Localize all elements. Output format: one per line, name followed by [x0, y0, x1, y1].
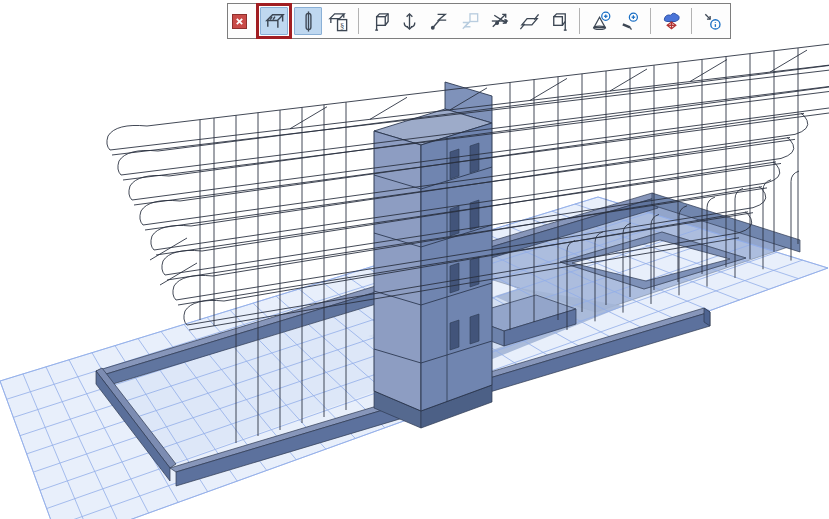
close-icon — [235, 17, 244, 26]
drag-copy-button[interactable] — [545, 7, 573, 35]
toolbar-separator — [691, 8, 692, 34]
multiply-button[interactable] — [485, 7, 513, 35]
3d-viewport[interactable]: § — [0, 0, 829, 519]
drag-copy-icon — [548, 10, 571, 33]
skew-icon — [518, 10, 541, 33]
copy-settings-icon: § — [327, 10, 350, 33]
zoom-to-line-button[interactable] — [616, 7, 644, 35]
editing-plane-marker-button[interactable] — [294, 7, 322, 35]
element-info-icon — [701, 10, 724, 33]
drag-icon — [368, 10, 391, 33]
zoom-line-icon — [619, 10, 642, 33]
stretch-button[interactable] — [425, 7, 453, 35]
toolbar-items: § — [256, 4, 726, 38]
zoom-cone-icon — [589, 10, 612, 33]
rotate-icon — [458, 10, 481, 33]
gravity-button[interactable] — [657, 7, 685, 35]
toolbar-separator — [358, 8, 359, 34]
vertical-marker-icon — [297, 10, 320, 33]
toolbar-close-button[interactable] — [232, 14, 247, 29]
copy-settings-button[interactable]: § — [324, 7, 352, 35]
rotate-button[interactable] — [455, 7, 483, 35]
gravity-icon — [660, 10, 683, 33]
zoom-to-cone-button[interactable] — [586, 7, 614, 35]
toolbar-separator — [579, 8, 580, 34]
floating-toolbar: § — [227, 3, 731, 39]
skew-button[interactable] — [515, 7, 543, 35]
toolbar-separator — [650, 8, 651, 34]
editing-plane-icon — [263, 10, 286, 33]
show-editing-plane-button[interactable] — [260, 7, 288, 35]
svg-text:§: § — [339, 20, 343, 30]
multiply-icon — [488, 10, 511, 33]
highlight-annotation — [256, 3, 292, 39]
stretch-icon — [428, 10, 451, 33]
drag-button[interactable] — [365, 7, 393, 35]
element-info-button[interactable] — [698, 7, 726, 35]
elevate-button[interactable] — [395, 7, 423, 35]
3d-model-view[interactable] — [0, 0, 829, 519]
elevate-icon — [398, 10, 421, 33]
